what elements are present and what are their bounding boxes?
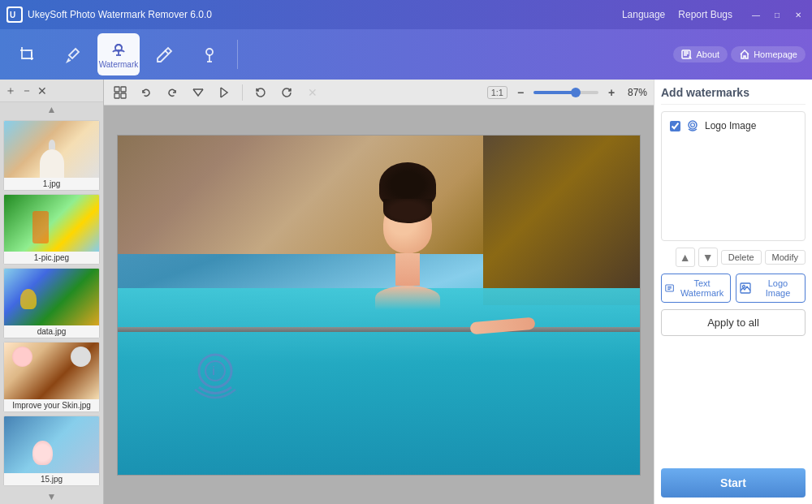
canvas-area: ✕ 1:1 − + 87%	[104, 80, 654, 504]
svg-text:U: U	[10, 11, 15, 19]
svg-text:i: i	[212, 364, 215, 377]
zoom-percent-label: 87%	[628, 87, 647, 98]
zoom-slider-thumb[interactable]	[571, 88, 581, 97]
logo-icon: i	[685, 118, 700, 133]
zoom-controls: 1:1 − + 87%	[487, 84, 647, 101]
start-button[interactable]: Start	[661, 468, 806, 498]
text-watermark-label: Text Watermark	[677, 278, 727, 298]
list-item[interactable]: 1.jpg	[3, 120, 100, 191]
watermark-item[interactable]: i Logo Image	[665, 115, 801, 136]
scroll-up-arrow[interactable]: ▲	[0, 102, 103, 117]
svg-rect-14	[114, 93, 119, 98]
about-label: About	[696, 50, 719, 59]
close-panel-button[interactable]: ✕	[37, 84, 47, 97]
watermark-item-label: Logo Image	[705, 120, 756, 131]
canvas-viewport[interactable]: i	[104, 106, 654, 504]
panel-title: Add watermarks	[661, 86, 806, 105]
remove-image-button[interactable]: －	[21, 84, 32, 98]
canvas-toolbar: ✕ 1:1 − + 87%	[104, 80, 654, 106]
rotate-ccw-button[interactable]	[136, 83, 156, 102]
maximize-button[interactable]: □	[770, 7, 784, 22]
list-item[interactable]: 15.jpg	[3, 416, 100, 486]
image-label: 1.jpg	[4, 178, 99, 190]
move-down-button[interactable]: ▼	[698, 248, 718, 267]
flip-h-button[interactable]	[214, 83, 234, 102]
main-area: ＋ － ✕ ▲ 1.jpg 1-pic.jpeg	[0, 80, 812, 504]
svg-text:i: i	[692, 124, 693, 128]
app-icon: U	[6, 6, 23, 23]
watermark-list: i Logo Image	[661, 111, 806, 241]
move-up-button[interactable]: ▲	[676, 248, 695, 267]
pattern-tool-button[interactable]	[110, 83, 130, 102]
image-label: data.jpg	[4, 325, 99, 338]
svg-rect-12	[114, 87, 119, 92]
svg-point-29	[742, 286, 745, 288]
delete-watermark-button[interactable]: Delete	[721, 250, 762, 265]
report-bugs-link[interactable]: Report Bugs	[678, 9, 732, 20]
svg-point-6	[206, 49, 213, 55]
right-panel: Add watermarks i Logo Image ▲ ▼ Delete M…	[654, 80, 812, 504]
toolbar-row: Watermark About Homepage	[0, 29, 812, 80]
zoom-out-button[interactable]: −	[512, 84, 529, 101]
list-item[interactable]: Improve your Skin.jpg	[3, 342, 100, 412]
image-label: 1-pic.jpeg	[4, 252, 99, 264]
image-label: Improve your Skin.jpg	[4, 399, 99, 411]
watermark-list-actions: ▲ ▼ Delete Modify	[661, 248, 806, 267]
add-image-button[interactable]: ＋	[5, 84, 16, 98]
close-button[interactable]: ✕	[791, 7, 806, 22]
spacer	[661, 342, 806, 462]
image-list: 1.jpg 1-pic.jpeg data.jpg Improve	[0, 117, 103, 489]
app-title: UkeySoft Photo Watermark Remover 6.0.0	[28, 9, 622, 20]
language-link[interactable]: Language	[622, 9, 665, 20]
svg-rect-13	[121, 87, 126, 92]
watermark-on-image: i	[183, 342, 248, 410]
watermark-tool-label: Watermark	[99, 60, 139, 69]
eraser-tool-button[interactable]	[143, 33, 185, 75]
rotate-cw-button[interactable]	[162, 83, 182, 102]
title-nav: Language Report Bugs	[622, 9, 732, 20]
logo-image-label: Logo Image	[754, 278, 801, 298]
zoom-in-button[interactable]: +	[603, 84, 620, 101]
add-text-watermark-button[interactable]: Text Watermark	[661, 274, 731, 303]
pin-tool-button[interactable]	[188, 33, 231, 75]
minimize-button[interactable]: —	[749, 7, 763, 22]
logo-image-icon	[740, 282, 751, 294]
text-watermark-icon	[665, 282, 674, 294]
svg-line-5	[165, 50, 168, 54]
svg-point-19	[205, 361, 225, 381]
homepage-button[interactable]: Homepage	[731, 46, 806, 62]
window-controls: — □ ✕	[749, 7, 806, 22]
clear-button[interactable]: ✕	[303, 83, 322, 102]
redo-button[interactable]	[277, 83, 296, 102]
watermark-tool-button[interactable]: Watermark	[97, 33, 140, 75]
flip-v-button[interactable]	[188, 83, 208, 102]
add-logo-image-button[interactable]: Logo Image	[736, 274, 806, 303]
apply-all-button[interactable]: Apply to all	[661, 309, 806, 336]
about-button[interactable]: About	[673, 46, 728, 62]
zoom-slider[interactable]	[533, 91, 598, 94]
image-label: 15.jpg	[4, 473, 99, 485]
title-bar: U UkeySoft Photo Watermark Remover 6.0.0…	[0, 0, 812, 29]
crop-tool-button[interactable]	[6, 33, 49, 75]
list-item[interactable]: 1-pic.jpeg	[3, 194, 100, 265]
add-watermark-buttons: Text Watermark Logo Image	[661, 274, 806, 303]
panel-top-bar: ＋ － ✕	[0, 80, 103, 102]
list-item[interactable]: data.jpg	[3, 268, 100, 338]
brush-tool-button[interactable]	[52, 33, 94, 75]
homepage-label: Homepage	[754, 50, 797, 59]
undo-button[interactable]	[251, 83, 270, 102]
left-panel: ＋ － ✕ ▲ 1.jpg 1-pic.jpeg	[0, 80, 104, 504]
modify-watermark-button[interactable]: Modify	[765, 250, 806, 265]
scroll-down-arrow[interactable]: ▼	[0, 489, 103, 504]
main-image: i	[117, 135, 641, 476]
svg-rect-15	[121, 93, 126, 98]
watermark-item-checkbox[interactable]	[670, 121, 680, 131]
zoom-reset-button[interactable]: 1:1	[487, 86, 508, 99]
